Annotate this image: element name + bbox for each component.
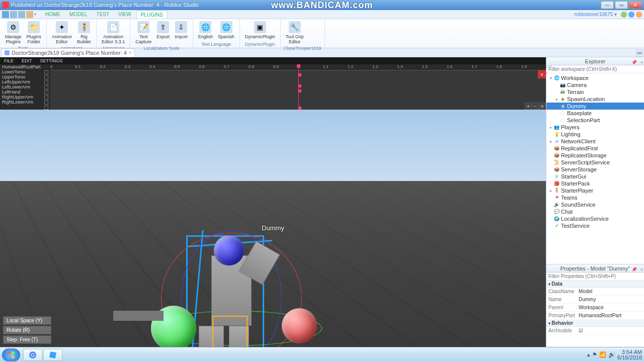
minimize-button[interactable]: — (601, 1, 614, 9)
timeline-add-icon[interactable]: + (525, 103, 532, 110)
anim-menu-file[interactable]: FILE (0, 57, 18, 64)
hud-button[interactable]: Rotate (R) (3, 326, 51, 334)
property-value[interactable]: Workspace (577, 304, 644, 311)
help-icon[interactable] (628, 12, 634, 18)
expand-arrow-icon[interactable]: ▸ (548, 139, 553, 144)
upgrade-icon[interactable] (621, 12, 627, 18)
track-toggle[interactable] (44, 75, 48, 79)
anim-menu-edit[interactable]: EDIT (18, 57, 36, 64)
close-tab-icon[interactable]: × (129, 50, 131, 55)
menu-tab-model[interactable]: MODEL (65, 11, 92, 19)
tray-network-icon[interactable]: 📶 (599, 351, 606, 358)
track-toggle[interactable] (44, 106, 48, 110)
property-row[interactable]: PrimaryPartHumanoidRootPart (546, 312, 644, 320)
property-group[interactable]: Data (546, 281, 644, 288)
ribbon-dynamicplugin[interactable]: ▣DynamicPlugin (243, 20, 277, 40)
track-toggle[interactable] (44, 80, 48, 84)
animation-timeline[interactable]: HumanoidRootPart LowerTorso UpperTorso L… (0, 64, 546, 110)
property-row[interactable]: NameDummy (546, 296, 644, 304)
explorer-item-soundservice[interactable]: 🔊SoundService (546, 201, 644, 208)
properties-filter-input[interactable] (546, 273, 644, 281)
property-row[interactable]: Archivable☑ (546, 327, 644, 335)
explorer-item-starterplayer[interactable]: ▸🧍StarterPlayer (546, 187, 644, 194)
property-group[interactable]: Behavior (546, 320, 644, 327)
ribbon-rig-builder[interactable]: 🧍RigBuilder (75, 20, 93, 45)
expand-arrow-icon[interactable]: ▸ (548, 125, 553, 130)
close-button[interactable]: ✕ (629, 1, 642, 9)
explorer-item-camera[interactable]: 📷Camera (546, 81, 644, 88)
taskbar-clock[interactable]: 3:54 AM 6/16/2018 (617, 349, 642, 360)
document-tab[interactable]: DoctorStrange2k18 Gaming's Place Number:… (1, 48, 135, 57)
menu-tab-view[interactable]: VIEW (114, 11, 135, 19)
property-value[interactable]: Model (577, 288, 644, 295)
property-value[interactable]: HumanoidRootPart (577, 312, 644, 319)
track-toggle[interactable] (44, 90, 48, 95)
ribbon-animation-editor-3.3.1[interactable]: 📄AnimationEditor 3.3.1 (100, 20, 127, 45)
timeline-menu-icon[interactable]: ≡ (539, 103, 546, 110)
menu-tab-home[interactable]: HOME (41, 11, 64, 19)
explorer-item-lighting[interactable]: 💡Lighting (546, 131, 644, 138)
bone-item[interactable]: RightLowerArm (0, 100, 50, 105)
windows-taskbar[interactable]: ▴ ⚑ 📶 🔊 3:54 AM 6/16/2018 (0, 347, 644, 362)
taskbar-chrome[interactable] (23, 349, 42, 361)
expand-arrow-icon[interactable]: ▸ (548, 189, 553, 193)
explorer-item-selectionpart[interactable]: ▢SelectionPart (546, 117, 644, 124)
pin-icon[interactable]: 📌 (631, 265, 637, 274)
ribbon-english[interactable]: 🌐English (196, 20, 215, 40)
tray-volume-icon[interactable]: 🔊 (608, 351, 615, 358)
explorer-item-workspace[interactable]: ▾🌐Workspace (546, 74, 644, 81)
start-button[interactable] (2, 348, 20, 361)
timeline-remove-icon[interactable]: − (532, 103, 539, 110)
ribbon-tool-grip-editor[interactable]: 🔧Tool GripEditor (284, 20, 306, 45)
explorer-item-dummy[interactable]: ▸◉Dummy (546, 103, 644, 110)
notify-icon[interactable] (636, 12, 642, 18)
property-row[interactable]: ParentWorkspace (546, 304, 644, 312)
property-value[interactable]: Dummy (577, 296, 644, 303)
redo-icon[interactable] (18, 11, 25, 18)
ribbon-animation-editor[interactable]: ✦AnimationEditor (50, 20, 74, 45)
bone-item[interactable]: LeftUpperArm (0, 79, 50, 84)
restore-viewport-icon[interactable]: ▭ (636, 50, 643, 57)
explorer-item-players[interactable]: ▸👥Players (546, 124, 644, 131)
explorer-item-startergui[interactable]: 🖥StarterGui (546, 173, 644, 180)
menu-tab-test[interactable]: TEST (93, 11, 114, 19)
3d-viewport[interactable]: Dummy (0, 110, 546, 347)
track-toggle[interactable] (44, 101, 48, 105)
explorer-item-localizationservice[interactable]: 🌍LocalizationService (546, 215, 644, 222)
maximize-button[interactable]: ▭ (615, 1, 628, 9)
menu-tab-plugins[interactable]: PLUGINS (136, 11, 168, 19)
explorer-item-replicatedstorage[interactable]: 📦ReplicatedStorage (546, 152, 644, 159)
axis-handle-y[interactable] (214, 235, 244, 265)
pin-icon[interactable]: 📌 (631, 58, 637, 66)
explorer-item-terrain[interactable]: 🏔Terrain (546, 88, 644, 96)
explorer-item-spawnlocation[interactable]: ▸◆SpawnLocation (546, 96, 644, 103)
play-icon[interactable] (26, 11, 33, 18)
user-label[interactable]: robloxlover10675 ▾ (575, 12, 617, 17)
bone-item[interactable]: RightUpperArm (0, 95, 50, 100)
explorer-item-starterpack[interactable]: 🎒StarterPack (546, 180, 644, 187)
tray-action-center-icon[interactable]: ⚑ (592, 351, 597, 358)
panel-close-icon[interactable]: × (640, 265, 643, 274)
explorer-item-serverstorage[interactable]: 📦ServerStorage (546, 166, 644, 173)
bone-item[interactable]: HumanoidRootPart (0, 64, 50, 69)
bone-item[interactable]: LowerTorso (0, 69, 50, 74)
bone-item[interactable]: LeftLowerArm (0, 84, 50, 89)
ribbon-plugins-folder[interactable]: 📁PluginsFolder (25, 20, 44, 45)
panel-close-icon[interactable]: × (640, 58, 643, 66)
expand-arrow-icon[interactable]: ▸ (554, 104, 559, 109)
taskbar-roblox-studio[interactable] (43, 349, 62, 361)
explorer-item-teams[interactable]: ⚑Teams (546, 194, 644, 201)
timeline-close-button[interactable]: × (538, 70, 546, 78)
hud-button[interactable]: Step: Free (T) (3, 335, 51, 344)
explorer-item-baseplate[interactable]: ▢Baseplate (546, 110, 644, 117)
expand-arrow-icon[interactable]: ▸ (554, 97, 559, 102)
ribbon-import[interactable]: ⇩Import (173, 20, 190, 40)
explorer-item-serverscriptservice[interactable]: 📜ServerScriptService (546, 159, 644, 166)
track-toggle[interactable] (44, 70, 48, 74)
undo-icon[interactable] (10, 11, 17, 18)
track-toggle[interactable] (44, 85, 48, 89)
hud-button[interactable]: Local Space (Y) (3, 316, 51, 325)
expand-arrow-icon[interactable]: ▾ (548, 76, 553, 80)
explorer-item-networkclient[interactable]: ▸⇄NetworkClient (546, 138, 644, 145)
axis-handle-z[interactable] (282, 308, 317, 343)
